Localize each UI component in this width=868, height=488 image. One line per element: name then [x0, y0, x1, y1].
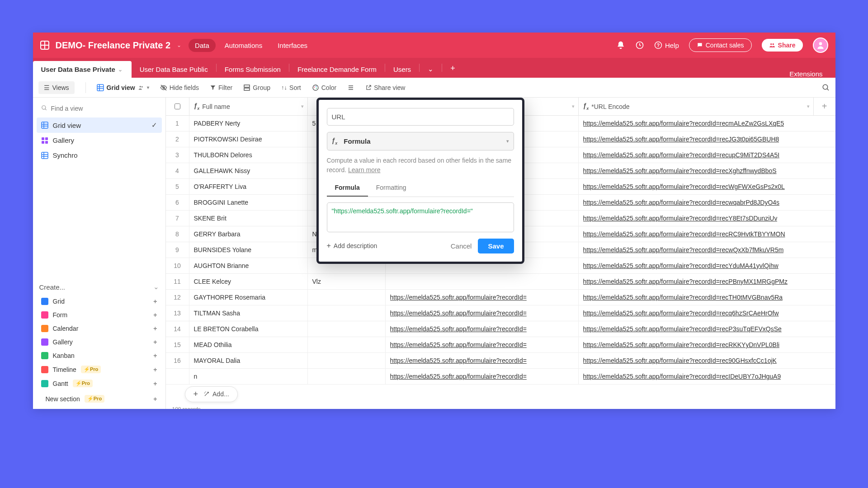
create-timeline[interactable]: Timeline ⚡Pro+	[39, 362, 159, 376]
table-row[interactable]: 14 LE BRETON Corabella https://emelda525…	[166, 321, 835, 337]
extensions-link[interactable]: Extensions	[777, 70, 835, 78]
bell-icon[interactable]	[616, 41, 625, 50]
cell-urlencode[interactable]: https://emelda525.softr.app/formulaire?r…	[579, 226, 835, 242]
add-description-button[interactable]: +Add description	[327, 242, 377, 250]
cell-urlencode[interactable]: https://emelda525.softr.app/formulaire?r…	[579, 179, 835, 194]
cell-urlencode[interactable]: https://emelda525.softr.app/formulaire?r…	[579, 337, 835, 352]
add-table-button[interactable]: +	[442, 59, 463, 78]
views-toggle[interactable]: ☰Views	[38, 81, 75, 94]
nav-data[interactable]: Data	[189, 39, 216, 52]
table-tab-freelance[interactable]: Freelance Demande Form	[289, 61, 385, 78]
help-button[interactable]: ? Help	[654, 41, 679, 49]
row-height-button[interactable]	[347, 84, 354, 91]
table-row[interactable]: 12 GAYTHORPE Rosemaria https://emelda525…	[166, 290, 835, 305]
cell-fullname[interactable]: LE BRETON Corabella	[189, 321, 308, 337]
cell-fullname[interactable]: BURNSIDES Yolane	[189, 242, 308, 258]
cell-urlencode[interactable]: https://emelda525.softr.app/formulaire?r…	[579, 290, 835, 305]
cell-fullname[interactable]: THULBORN Delores	[189, 147, 308, 163]
learn-more-link[interactable]: Learn more	[348, 166, 381, 174]
create-section[interactable]: New section ⚡Pro+	[39, 390, 159, 409]
cell-fullname[interactable]: MEAD Othilia	[189, 337, 308, 352]
sort-button[interactable]: ↑↓ Sort	[281, 84, 301, 91]
table-tab-users[interactable]: Users	[385, 61, 419, 78]
tab-formula[interactable]: Formula	[327, 179, 368, 197]
share-button[interactable]: Share	[762, 39, 803, 52]
create-kanban[interactable]: Kanban+	[39, 349, 159, 362]
nav-interfaces[interactable]: Interfaces	[271, 39, 314, 52]
cell-urlencode[interactable]: https://emelda525.softr.app/formulaire?r…	[579, 321, 835, 337]
view-gallery[interactable]: Gallery	[37, 133, 162, 148]
cell-urlencode[interactable]: https://emelda525.softr.app/formulaire?r…	[579, 163, 835, 178]
cell-fullname[interactable]: TILTMAN Sasha	[189, 305, 308, 321]
table-tab-user-private[interactable]: User Data Base Private ⌄	[33, 61, 132, 78]
create-form[interactable]: Form+	[39, 308, 159, 322]
cell-url[interactable]: https://emelda525.softr.app/formulaire?r…	[386, 321, 579, 337]
cell-fullname[interactable]: PIOTRKOWSKI Desirae	[189, 131, 308, 147]
cell-urlencode[interactable]: https://emelda525.softr.app/formulaire?r…	[579, 131, 835, 147]
cell-urlencode[interactable]: https://emelda525.softr.app/formulaire?r…	[579, 211, 835, 226]
cell-urlencode[interactable]: https://emelda525.softr.app/formulaire?r…	[579, 195, 835, 210]
find-view-input[interactable]	[39, 102, 159, 115]
cell-unknown[interactable]	[308, 353, 386, 368]
add-row-button[interactable]: +	[193, 389, 198, 399]
cell-unknown[interactable]	[308, 290, 386, 305]
cell-fullname[interactable]: CLEE Kelcey	[189, 274, 308, 289]
cell-urlencode[interactable]: https://emelda525.softr.app/formulaire?r…	[579, 305, 835, 321]
create-calendar[interactable]: Calendar+	[39, 322, 159, 335]
cell-fullname[interactable]: O'RAFFERTY Liva	[189, 179, 308, 194]
contact-sales-button[interactable]: Contact sales	[689, 38, 752, 52]
table-row[interactable]: 13 TILTMAN Sasha https://emelda525.softr…	[166, 305, 835, 321]
cell-fullname[interactable]: AUGHTON Brianne	[189, 258, 308, 273]
color-button[interactable]: Color	[312, 84, 336, 91]
create-gallery[interactable]: Gallery+	[39, 335, 159, 349]
table-row[interactable]: 15 MEAD Othilia https://emelda525.softr.…	[166, 337, 835, 353]
hide-fields-button[interactable]: Hide fields	[160, 84, 199, 91]
cell-unknown[interactable]	[308, 321, 386, 337]
create-grid[interactable]: Grid+	[39, 295, 159, 308]
filter-button[interactable]: Filter	[210, 84, 232, 91]
view-grid[interactable]: Grid view ✓	[37, 117, 162, 133]
cell-fullname[interactable]: MAYORAL Dalia	[189, 353, 308, 368]
col-fullname[interactable]: ƒxFull name▾	[189, 98, 308, 115]
cell-url[interactable]: https://emelda525.softr.app/formulaire?r…	[386, 337, 579, 352]
cell-unknown[interactable]	[308, 337, 386, 352]
cell-urlencode[interactable]: https://emelda525.softr.app/formulaire?r…	[579, 147, 835, 163]
cell-unknown[interactable]: Vlz	[308, 274, 386, 289]
select-all-checkbox[interactable]	[166, 98, 189, 115]
cell-fullname[interactable]: n	[189, 369, 308, 384]
history-icon[interactable]	[635, 41, 644, 50]
table-row[interactable]: n https://emelda525.softr.app/formulaire…	[166, 369, 835, 385]
cell-urlencode[interactable]: https://emelda525.softr.app/formulaire?r…	[579, 116, 835, 131]
cell-url[interactable]	[386, 274, 579, 289]
tab-formatting[interactable]: Formatting	[368, 179, 415, 197]
view-synchro[interactable]: Synchro	[37, 148, 162, 163]
nav-automations[interactable]: Automations	[218, 39, 269, 52]
cell-fullname[interactable]: GAYTHORPE Rosemaria	[189, 290, 308, 305]
cell-fullname[interactable]: SKENE Brit	[189, 211, 308, 226]
table-tab-user-public[interactable]: User Data Base Public	[132, 61, 216, 78]
cell-fullname[interactable]: PADBERY Nerty	[189, 116, 308, 131]
cancel-button[interactable]: Cancel	[444, 239, 478, 253]
add-column-button[interactable]: +	[814, 98, 835, 115]
table-row[interactable]: 11 CLEE Kelcey Vlz https://emelda525.sof…	[166, 274, 835, 290]
chevron-down-icon[interactable]: ⌄	[177, 42, 182, 48]
table-tab-more[interactable]: ⌄	[420, 61, 442, 78]
field-name-input[interactable]	[327, 108, 514, 126]
cell-url[interactable]: https://emelda525.softr.app/formulaire?r…	[386, 353, 579, 368]
create-header[interactable]: Create... ⌄	[39, 279, 159, 295]
cell-url[interactable]: https://emelda525.softr.app/formulaire?r…	[386, 369, 579, 384]
cell-url[interactable]: https://emelda525.softr.app/formulaire?r…	[386, 290, 579, 305]
create-gantt[interactable]: Gantt ⚡Pro+	[39, 376, 159, 390]
col-urlencode[interactable]: ƒx*URL Encode▾	[579, 98, 814, 115]
cell-unknown[interactable]	[308, 305, 386, 321]
group-button[interactable]: Group	[243, 84, 270, 91]
add-menu-button[interactable]: Add...	[203, 390, 229, 398]
formula-editor[interactable]: "https://emelda525.softr.app/formulaire?…	[327, 202, 514, 232]
table-row[interactable]: 16 MAYORAL Dalia https://emelda525.softr…	[166, 353, 835, 369]
table-tab-forms[interactable]: Forms Submission	[217, 61, 289, 78]
save-button[interactable]: Save	[478, 239, 514, 253]
cell-unknown[interactable]	[308, 369, 386, 384]
search-icon[interactable]	[822, 84, 830, 92]
current-view[interactable]: Grid view ▾	[97, 84, 149, 91]
cell-urlencode[interactable]: https://emelda525.softr.app/formulaire?r…	[579, 258, 835, 273]
